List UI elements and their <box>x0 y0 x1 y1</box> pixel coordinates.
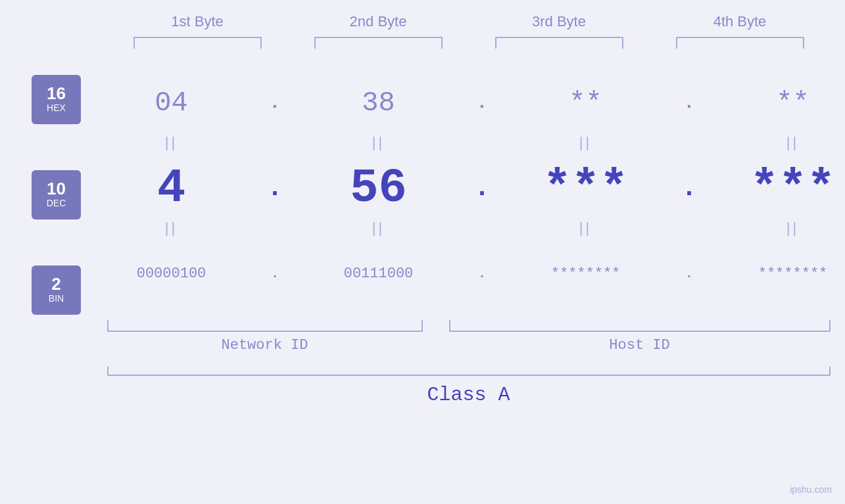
hex-cell-1: 04 <box>81 87 262 119</box>
dec-cell-4: *** <box>702 162 845 216</box>
bin-val-2: 00111000 <box>344 265 414 282</box>
bin-cell-4: ******** <box>702 265 845 282</box>
bin-cell-1: 00000100 <box>81 265 262 282</box>
badges-column: 16 HEX 10 DEC 2 BIN <box>0 68 81 315</box>
dec-cell-2: 56 <box>288 162 469 216</box>
hex-cell-3: ** <box>495 87 676 119</box>
bin-val-3: ******** <box>551 265 621 282</box>
network-id-label: Network ID <box>107 337 423 354</box>
hex-badge-num: 16 <box>47 85 66 102</box>
dec-val-1: 4 <box>157 162 185 216</box>
equals-row-1: || || || || <box>81 131 845 154</box>
host-id-label: Host ID <box>449 337 831 354</box>
bin-cell-3: ******** <box>495 265 676 282</box>
bin-cell-2: 00111000 <box>288 265 469 282</box>
byte3-header: 3rd Byte <box>483 13 635 30</box>
data-grid: 04 . 38 . ** . ** <box>81 68 845 315</box>
byte-headers: 1st Byte 2nd Byte 3rd Byte 4th Byte <box>107 13 831 30</box>
eq2-cell-1: || <box>81 219 262 237</box>
rows-area: 16 HEX 10 DEC 2 BIN 04 . <box>0 68 845 315</box>
bin-val-4: ******** <box>758 265 828 282</box>
bin-dot-2: . <box>469 266 495 281</box>
bin-dot-3: . <box>676 266 702 281</box>
bracket-byte4 <box>676 37 804 49</box>
hex-dot-3: . <box>676 93 702 113</box>
hex-row: 04 . 38 . ** . ** <box>81 75 845 131</box>
bin-badge: 2 BIN <box>32 265 81 315</box>
hex-dot-1: . <box>262 93 288 113</box>
hex-val-2: 38 <box>362 87 395 119</box>
dec-badge-num: 10 <box>47 180 66 197</box>
watermark: ipshu.com <box>790 484 832 495</box>
bottom-area: Network ID Host ID <box>107 320 831 354</box>
eq-cell-2: || <box>288 134 469 151</box>
dec-val-4: *** <box>750 162 836 216</box>
bin-row: 00000100 . 00111000 . ******** . <box>81 246 845 302</box>
class-a-area: Class A <box>107 367 831 406</box>
hex-badge: 16 HEX <box>32 75 81 124</box>
main-container: 1st Byte 2nd Byte 3rd Byte 4th Byte 16 H… <box>0 0 845 504</box>
dec-val-3: *** <box>543 162 629 216</box>
dec-dot-1: . <box>262 173 288 203</box>
equals-row-2: || || || || <box>81 216 845 239</box>
dec-badge-label: DEC <box>47 197 66 210</box>
dec-row: 4 . 56 . *** . *** <box>81 160 845 216</box>
bin-val-1: 00000100 <box>137 265 206 282</box>
eq-cell-4: || <box>702 134 845 151</box>
bin-dot-1: . <box>262 266 288 281</box>
bracket-byte2 <box>314 37 443 49</box>
bottom-labels: Network ID Host ID <box>107 337 831 354</box>
eq-cell-3: || <box>495 134 676 151</box>
dec-badge: 10 DEC <box>32 170 81 219</box>
hex-dot-2: . <box>469 93 495 113</box>
bin-badge-label: BIN <box>49 292 64 306</box>
dec-dot-2: . <box>469 173 495 203</box>
hex-cell-2: 38 <box>288 87 469 119</box>
hex-badge-label: HEX <box>47 102 66 115</box>
byte2-header: 2nd Byte <box>302 13 454 30</box>
byte1-header: 1st Byte <box>122 13 273 30</box>
bracket-byte3 <box>495 37 623 49</box>
eq2-cell-3: || <box>495 219 676 237</box>
hex-val-4: ** <box>776 87 809 119</box>
eq2-cell-2: || <box>288 219 469 237</box>
byte4-header: 4th Byte <box>664 13 815 30</box>
bracket-byte1 <box>133 37 262 49</box>
dec-dot-3: . <box>676 173 702 203</box>
bin-badge-num: 2 <box>51 275 60 292</box>
dec-cell-3: *** <box>495 162 676 216</box>
host-bracket <box>449 320 831 332</box>
eq2-cell-4: || <box>702 219 845 237</box>
top-brackets <box>107 37 831 49</box>
class-a-label: Class A <box>107 384 831 406</box>
class-a-bracket <box>107 367 831 376</box>
hex-val-3: ** <box>569 87 602 119</box>
bottom-brackets <box>107 320 831 332</box>
network-bracket <box>107 320 423 332</box>
dec-cell-1: 4 <box>81 162 262 216</box>
eq-cell-1: || <box>81 134 262 151</box>
hex-cell-4: ** <box>702 87 845 119</box>
dec-val-2: 56 <box>350 162 406 216</box>
hex-val-1: 04 <box>155 87 187 119</box>
